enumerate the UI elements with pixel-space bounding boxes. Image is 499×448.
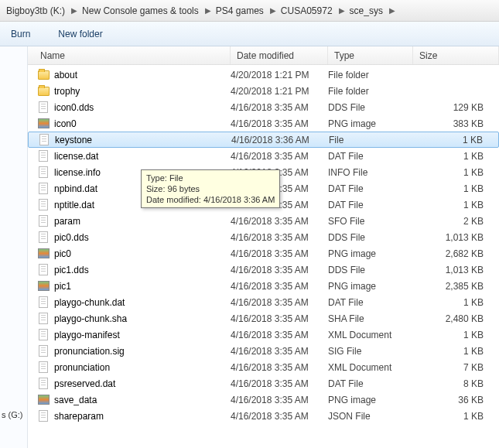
cell-date: 4/16/2018 3:35 AM xyxy=(231,346,328,357)
header-type[interactable]: Type xyxy=(328,46,413,64)
file-icon xyxy=(37,329,50,341)
table-row[interactable]: license.dat4/16/2018 3:35 AMDAT File1 KB xyxy=(28,148,499,164)
column-headers[interactable]: Name Date modified Type Size xyxy=(28,46,499,65)
cell-name[interactable]: keystone xyxy=(38,134,231,146)
cell-date: 4/16/2018 3:35 AM xyxy=(231,102,328,113)
nav-tree[interactable]: s (G:) xyxy=(0,46,28,448)
file-icon xyxy=(37,378,50,390)
cell-name[interactable]: playgo-manifest xyxy=(37,329,231,341)
breadcrumb-item[interactable]: Bigboy3tb (K:) xyxy=(3,2,70,19)
cell-name[interactable]: pic1.dds xyxy=(37,264,231,276)
cell-type: File folder xyxy=(328,86,413,97)
cell-type: PNG image xyxy=(328,248,413,259)
tooltip-date: Date modified: 4/16/2018 3:36 AM xyxy=(146,194,275,205)
cell-size: 1 KB xyxy=(413,330,499,340)
table-row[interactable]: pronunciation4/16/2018 3:35 AMXML Docume… xyxy=(28,359,499,375)
folder-icon xyxy=(37,85,50,97)
header-date[interactable]: Date modified xyxy=(231,46,328,64)
cell-name[interactable]: icon0.dds xyxy=(37,101,231,114)
file-icon xyxy=(37,361,50,374)
file-rows: about4/20/2018 1:21 PMFile foldertrophy4… xyxy=(28,65,499,424)
table-row[interactable]: param4/16/2018 3:35 AMSFO File2 KB xyxy=(28,213,499,229)
cell-name[interactable]: icon0 xyxy=(37,118,231,130)
cell-name[interactable]: playgo-chunk.sha xyxy=(37,313,231,325)
table-row[interactable]: trophy4/20/2018 1:21 PMFile folder xyxy=(28,83,499,99)
table-row[interactable]: pic04/16/2018 3:35 AMPNG image2,682 KB xyxy=(28,245,499,262)
cell-size: 1 KB xyxy=(414,135,498,145)
file-icon xyxy=(37,101,50,114)
chevron-right-icon[interactable]: ▶ xyxy=(337,6,347,15)
cell-name[interactable]: playgo-chunk.dat xyxy=(37,296,231,309)
cell-date: 4/16/2018 3:35 AM xyxy=(231,362,328,373)
cell-size: 36 KB xyxy=(413,395,499,405)
cell-size: 383 KB xyxy=(413,118,499,129)
header-name[interactable]: Name xyxy=(28,46,231,64)
breadcrumb[interactable]: Bigboy3tb (K:)▶New Console games & tools… xyxy=(0,0,499,22)
table-row[interactable]: keystone4/16/2018 3:36 AMFile1 KB xyxy=(28,132,499,148)
cell-name[interactable]: pic0.dds xyxy=(37,231,231,244)
burn-button[interactable]: Burn xyxy=(6,26,35,43)
cell-name[interactable]: save_data xyxy=(37,394,231,406)
cell-type: SFO File xyxy=(328,216,413,227)
tree-item-drive[interactable]: s (G:) xyxy=(0,409,27,421)
file-name: npbind.dat xyxy=(54,183,97,194)
breadcrumb-item[interactable]: CUSA05972 xyxy=(278,2,337,19)
cell-size: 1 KB xyxy=(413,183,499,194)
file-icon xyxy=(37,296,50,309)
cell-date: 4/20/2018 1:21 PM xyxy=(231,70,328,80)
cell-name[interactable]: pronunciation.sig xyxy=(37,345,231,357)
cell-name[interactable]: trophy xyxy=(37,85,231,97)
file-name: psreserved.dat xyxy=(54,378,115,389)
table-row[interactable]: about4/20/2018 1:21 PMFile folder xyxy=(28,67,499,83)
table-row[interactable]: playgo-manifest4/16/2018 3:35 AMXML Docu… xyxy=(28,327,499,343)
header-size[interactable]: Size xyxy=(413,46,499,64)
breadcrumb-item[interactable]: PS4 games xyxy=(213,2,268,19)
cell-size: 129 KB xyxy=(413,102,499,113)
cell-type: PNG image xyxy=(328,395,413,405)
table-row[interactable]: pic0.dds4/16/2018 3:35 AMDDS File1,013 K… xyxy=(28,229,499,245)
cell-date: 4/16/2018 3:35 AM xyxy=(231,248,328,259)
table-row[interactable]: psreserved.dat4/16/2018 3:35 AMDAT File8… xyxy=(28,375,499,392)
table-row[interactable]: playgo-chunk.dat4/16/2018 3:35 AMDAT Fil… xyxy=(28,294,499,310)
cell-name[interactable]: param xyxy=(37,215,231,227)
file-name: pronunciation.sig xyxy=(54,346,125,357)
cell-size: 1 KB xyxy=(413,346,499,357)
tooltip: Type: File Size: 96 bytes Date modified:… xyxy=(141,169,280,208)
file-icon xyxy=(37,215,50,227)
cell-name[interactable]: license.dat xyxy=(37,150,231,162)
cell-name[interactable]: about xyxy=(37,69,231,81)
table-row[interactable]: icon0.dds4/16/2018 3:35 AMDDS File129 KB xyxy=(28,99,499,115)
cell-size: 2,480 KB xyxy=(413,313,499,324)
cell-name[interactable]: pronunciation xyxy=(37,361,231,374)
file-icon xyxy=(37,231,50,244)
cell-type: File xyxy=(329,135,414,145)
cell-date: 4/16/2018 3:35 AM xyxy=(231,265,328,275)
table-row[interactable]: pic1.dds4/16/2018 3:35 AMDDS File1,013 K… xyxy=(28,262,499,278)
file-name: license.info xyxy=(54,167,101,178)
table-row[interactable]: save_data4/16/2018 3:35 AMPNG image36 KB xyxy=(28,392,499,408)
breadcrumb-item[interactable]: sce_sys xyxy=(347,2,388,19)
cell-name[interactable]: psreserved.dat xyxy=(37,378,231,390)
chevron-right-icon[interactable]: ▶ xyxy=(388,6,397,15)
cell-name[interactable]: pic1 xyxy=(37,280,231,292)
breadcrumb-item[interactable]: New Console games & tools xyxy=(79,2,203,19)
cell-name[interactable]: pic0 xyxy=(37,248,231,260)
file-name: pic0.dds xyxy=(54,232,89,243)
table-row[interactable]: pronunciation.sig4/16/2018 3:35 AMSIG Fi… xyxy=(28,343,499,359)
cell-date: 4/16/2018 3:36 AM xyxy=(231,135,329,145)
file-name: trophy xyxy=(54,86,80,97)
content-area: s (G:) Name Date modified Type Size abou… xyxy=(0,46,499,448)
file-icon xyxy=(37,345,50,357)
chevron-right-icon[interactable]: ▶ xyxy=(203,6,213,15)
cell-size: 1 KB xyxy=(413,297,499,308)
new-folder-button[interactable]: New folder xyxy=(53,26,107,43)
table-row[interactable]: shareparam4/16/2018 3:35 AMJSON File1 KB xyxy=(28,408,499,424)
chevron-right-icon[interactable]: ▶ xyxy=(70,6,79,15)
chevron-right-icon[interactable]: ▶ xyxy=(268,6,278,15)
cell-type: SIG File xyxy=(328,346,413,357)
cell-name[interactable]: shareparam xyxy=(37,410,231,422)
table-row[interactable]: icon04/16/2018 3:35 AMPNG image383 KB xyxy=(28,115,499,132)
table-row[interactable]: pic14/16/2018 3:35 AMPNG image2,385 KB xyxy=(28,278,499,294)
table-row[interactable]: playgo-chunk.sha4/16/2018 3:35 AMSHA Fil… xyxy=(28,310,499,327)
image-icon xyxy=(37,248,50,260)
